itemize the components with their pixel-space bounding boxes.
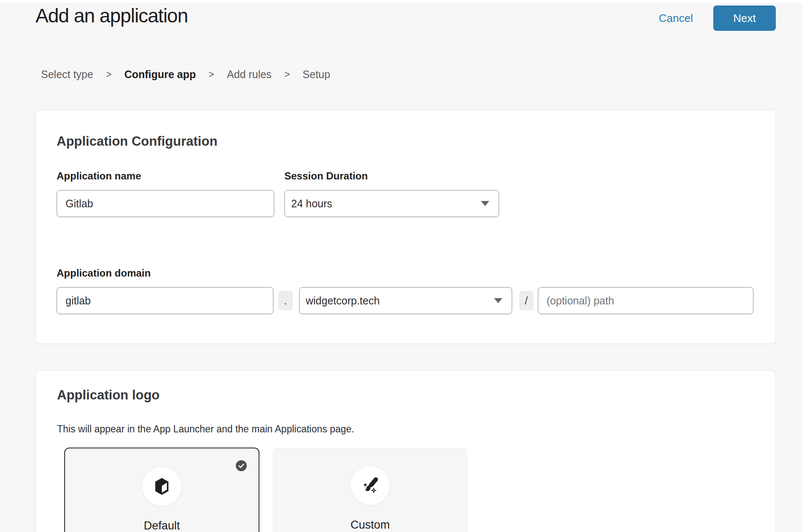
logo-option-label: Default (144, 519, 180, 532)
logo-option-custom[interactable]: Custom (273, 448, 468, 532)
step-setup[interactable]: Setup (303, 68, 330, 81)
selected-check-icon (236, 460, 247, 471)
session-duration-value: 24 hours (291, 198, 332, 210)
breadcrumb-separator: > (106, 69, 112, 80)
breadcrumb-separator: > (209, 69, 214, 80)
step-select-type[interactable]: Select type (41, 68, 93, 81)
application-name-input[interactable] (57, 190, 274, 217)
logo-heading: Application logo (57, 388, 753, 403)
application-name-field-group: Application name (57, 170, 274, 217)
custom-logo-circle (351, 466, 390, 505)
slash-separator: / (519, 291, 534, 310)
domain-select-value: widgetcorp.tech (306, 295, 380, 307)
application-configuration-card: Application Configuration Application na… (35, 110, 776, 344)
application-domain-label: Application domain (57, 267, 753, 280)
session-duration-label: Session Duration (284, 170, 499, 182)
step-add-rules[interactable]: Add rules (227, 68, 272, 81)
session-duration-select[interactable]: 24 hours (284, 190, 499, 217)
next-button[interactable]: Next (713, 5, 776, 31)
logo-description: This will appear in the App Launcher and… (57, 423, 753, 435)
breadcrumb: Select type > Configure app > Add rules … (41, 68, 330, 81)
chevron-down-icon (494, 298, 502, 303)
page-title: Add an application (35, 4, 188, 27)
chevron-down-icon (481, 201, 489, 206)
domain-select[interactable]: widgetcorp.tech (299, 287, 512, 314)
application-logo-card: Application logo This will appear in the… (35, 370, 776, 532)
dot-separator: . (278, 291, 293, 310)
logo-options: Default Custom (64, 448, 753, 532)
step-configure-app[interactable]: Configure app (124, 68, 196, 81)
subdomain-input[interactable] (57, 287, 273, 314)
name-duration-row: Application name Session Duration 24 hou… (57, 170, 753, 217)
logo-option-label: Custom (350, 518, 390, 532)
application-domain-row: . widgetcorp.tech / (57, 287, 753, 314)
cancel-button[interactable]: Cancel (659, 12, 693, 25)
breadcrumb-separator: > (284, 69, 290, 80)
logo-option-default[interactable]: Default (64, 448, 259, 532)
application-name-label: Application name (57, 170, 274, 182)
cube-icon (153, 477, 171, 496)
header-actions: Cancel Next (659, 5, 776, 31)
configuration-heading: Application Configuration (57, 134, 753, 149)
path-input[interactable] (538, 287, 754, 314)
paintbrush-icon (361, 476, 379, 495)
default-logo-circle (142, 467, 181, 506)
session-duration-field-group: Session Duration 24 hours (284, 170, 499, 217)
top-divider (0, 0, 802, 3)
